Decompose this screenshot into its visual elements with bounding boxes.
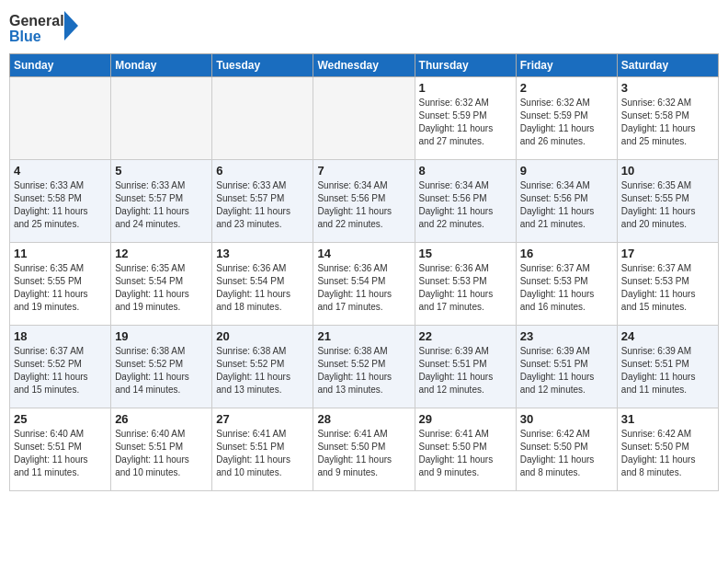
calendar-cell: 31Sunrise: 6:42 AM Sunset: 5:50 PM Dayli… xyxy=(617,408,718,491)
day-info: Sunrise: 6:42 AM Sunset: 5:50 PM Dayligh… xyxy=(520,428,613,479)
calendar-cell: 25Sunrise: 6:40 AM Sunset: 5:51 PM Dayli… xyxy=(10,408,111,491)
day-info: Sunrise: 6:41 AM Sunset: 5:51 PM Dayligh… xyxy=(216,428,309,479)
weekday-header: Tuesday xyxy=(212,54,313,77)
day-info: Sunrise: 6:32 AM Sunset: 5:59 PM Dayligh… xyxy=(419,97,512,148)
day-number: 31 xyxy=(621,412,714,426)
svg-text:General: General xyxy=(9,13,64,29)
day-info: Sunrise: 6:39 AM Sunset: 5:51 PM Dayligh… xyxy=(621,345,714,396)
calendar-cell: 11Sunrise: 6:35 AM Sunset: 5:55 PM Dayli… xyxy=(10,243,111,326)
day-info: Sunrise: 6:38 AM Sunset: 5:52 PM Dayligh… xyxy=(317,345,410,396)
day-number: 27 xyxy=(216,412,309,426)
calendar-cell: 22Sunrise: 6:39 AM Sunset: 5:51 PM Dayli… xyxy=(415,326,516,408)
svg-text:Blue: Blue xyxy=(9,29,41,44)
calendar-cell: 7Sunrise: 6:34 AM Sunset: 5:56 PM Daylig… xyxy=(313,160,415,243)
calendar-cell: 13Sunrise: 6:36 AM Sunset: 5:54 PM Dayli… xyxy=(212,243,313,326)
calendar-cell: 17Sunrise: 6:37 AM Sunset: 5:53 PM Dayli… xyxy=(617,243,718,326)
calendar-cell: 28Sunrise: 6:41 AM Sunset: 5:50 PM Dayli… xyxy=(313,408,415,491)
day-info: Sunrise: 6:36 AM Sunset: 5:53 PM Dayligh… xyxy=(419,262,512,314)
day-number: 9 xyxy=(520,164,613,178)
day-number: 6 xyxy=(216,164,309,178)
calendar-cell: 10Sunrise: 6:35 AM Sunset: 5:55 PM Dayli… xyxy=(617,160,718,243)
day-info: Sunrise: 6:36 AM Sunset: 5:54 PM Dayligh… xyxy=(216,262,309,314)
calendar-cell: 18Sunrise: 6:37 AM Sunset: 5:52 PM Dayli… xyxy=(10,326,111,408)
day-number: 3 xyxy=(621,81,714,95)
day-number: 23 xyxy=(520,329,613,343)
day-number: 20 xyxy=(216,329,309,343)
calendar-cell: 2Sunrise: 6:32 AM Sunset: 5:59 PM Daylig… xyxy=(516,77,617,160)
day-info: Sunrise: 6:39 AM Sunset: 5:51 PM Dayligh… xyxy=(520,345,613,396)
calendar-cell: 15Sunrise: 6:36 AM Sunset: 5:53 PM Dayli… xyxy=(415,243,516,326)
logo-icon: GeneralBlue xyxy=(9,9,83,46)
weekday-header: Thursday xyxy=(415,54,516,77)
day-number: 21 xyxy=(317,329,410,343)
day-number: 30 xyxy=(520,412,613,426)
day-number: 13 xyxy=(216,247,309,260)
calendar-cell: 9Sunrise: 6:34 AM Sunset: 5:56 PM Daylig… xyxy=(516,160,617,243)
calendar-cell xyxy=(10,77,111,160)
day-info: Sunrise: 6:36 AM Sunset: 5:54 PM Dayligh… xyxy=(317,262,410,314)
calendar-table: SundayMondayTuesdayWednesdayThursdayFrid… xyxy=(9,53,719,491)
day-info: Sunrise: 6:35 AM Sunset: 5:54 PM Dayligh… xyxy=(115,262,208,314)
calendar-cell: 5Sunrise: 6:33 AM Sunset: 5:57 PM Daylig… xyxy=(111,160,212,243)
day-number: 26 xyxy=(115,412,208,426)
day-info: Sunrise: 6:37 AM Sunset: 5:53 PM Dayligh… xyxy=(520,262,613,314)
calendar-week-row: 11Sunrise: 6:35 AM Sunset: 5:55 PM Dayli… xyxy=(10,243,719,326)
day-info: Sunrise: 6:33 AM Sunset: 5:57 PM Dayligh… xyxy=(216,179,309,231)
calendar-cell: 6Sunrise: 6:33 AM Sunset: 5:57 PM Daylig… xyxy=(212,160,313,243)
day-number: 28 xyxy=(317,412,410,426)
calendar-cell: 4Sunrise: 6:33 AM Sunset: 5:58 PM Daylig… xyxy=(10,160,111,243)
calendar-week-row: 25Sunrise: 6:40 AM Sunset: 5:51 PM Dayli… xyxy=(10,408,719,491)
day-info: Sunrise: 6:33 AM Sunset: 5:57 PM Dayligh… xyxy=(115,179,208,231)
weekday-header: Saturday xyxy=(617,54,718,77)
day-number: 5 xyxy=(115,164,208,178)
calendar-cell: 20Sunrise: 6:38 AM Sunset: 5:52 PM Dayli… xyxy=(212,326,313,408)
day-info: Sunrise: 6:42 AM Sunset: 5:50 PM Dayligh… xyxy=(621,428,714,479)
day-number: 22 xyxy=(419,329,512,343)
day-number: 2 xyxy=(520,81,613,95)
day-info: Sunrise: 6:40 AM Sunset: 5:51 PM Dayligh… xyxy=(115,428,208,479)
day-number: 29 xyxy=(419,412,512,426)
weekday-header: Wednesday xyxy=(313,54,415,77)
day-number: 7 xyxy=(317,164,410,178)
calendar-cell: 14Sunrise: 6:36 AM Sunset: 5:54 PM Dayli… xyxy=(313,243,415,326)
day-info: Sunrise: 6:33 AM Sunset: 5:58 PM Dayligh… xyxy=(14,179,107,231)
calendar-cell xyxy=(111,77,212,160)
day-info: Sunrise: 6:35 AM Sunset: 5:55 PM Dayligh… xyxy=(14,262,107,314)
calendar-cell: 24Sunrise: 6:39 AM Sunset: 5:51 PM Dayli… xyxy=(617,326,718,408)
calendar-cell: 16Sunrise: 6:37 AM Sunset: 5:53 PM Dayli… xyxy=(516,243,617,326)
logo: GeneralBlue xyxy=(9,9,83,46)
calendar-cell: 3Sunrise: 6:32 AM Sunset: 5:58 PM Daylig… xyxy=(617,77,718,160)
page-header: GeneralBlue xyxy=(9,9,719,46)
day-info: Sunrise: 6:37 AM Sunset: 5:53 PM Dayligh… xyxy=(621,262,714,314)
day-number: 12 xyxy=(115,247,208,260)
day-info: Sunrise: 6:32 AM Sunset: 5:59 PM Dayligh… xyxy=(520,97,613,148)
calendar-week-row: 18Sunrise: 6:37 AM Sunset: 5:52 PM Dayli… xyxy=(10,326,719,408)
day-info: Sunrise: 6:34 AM Sunset: 5:56 PM Dayligh… xyxy=(317,179,410,231)
calendar-cell: 27Sunrise: 6:41 AM Sunset: 5:51 PM Dayli… xyxy=(212,408,313,491)
day-info: Sunrise: 6:40 AM Sunset: 5:51 PM Dayligh… xyxy=(14,428,107,479)
day-number: 25 xyxy=(14,412,107,426)
day-info: Sunrise: 6:35 AM Sunset: 5:55 PM Dayligh… xyxy=(621,179,714,231)
calendar-header-row: SundayMondayTuesdayWednesdayThursdayFrid… xyxy=(10,54,719,77)
weekday-header: Friday xyxy=(516,54,617,77)
day-number: 19 xyxy=(115,329,208,343)
day-number: 4 xyxy=(14,164,107,178)
calendar-cell: 19Sunrise: 6:38 AM Sunset: 5:52 PM Dayli… xyxy=(111,326,212,408)
day-number: 24 xyxy=(621,329,714,343)
calendar-cell: 21Sunrise: 6:38 AM Sunset: 5:52 PM Dayli… xyxy=(313,326,415,408)
day-info: Sunrise: 6:38 AM Sunset: 5:52 PM Dayligh… xyxy=(216,345,309,396)
day-number: 8 xyxy=(419,164,512,178)
day-info: Sunrise: 6:39 AM Sunset: 5:51 PM Dayligh… xyxy=(419,345,512,396)
day-number: 14 xyxy=(317,247,410,260)
day-number: 17 xyxy=(621,247,714,260)
day-info: Sunrise: 6:34 AM Sunset: 5:56 PM Dayligh… xyxy=(520,179,613,231)
svg-marker-2 xyxy=(64,11,78,40)
calendar-cell: 8Sunrise: 6:34 AM Sunset: 5:56 PM Daylig… xyxy=(415,160,516,243)
calendar-cell: 29Sunrise: 6:41 AM Sunset: 5:50 PM Dayli… xyxy=(415,408,516,491)
day-number: 10 xyxy=(621,164,714,178)
calendar-cell: 30Sunrise: 6:42 AM Sunset: 5:50 PM Dayli… xyxy=(516,408,617,491)
day-number: 11 xyxy=(14,247,107,260)
day-number: 16 xyxy=(520,247,613,260)
calendar-week-row: 4Sunrise: 6:33 AM Sunset: 5:58 PM Daylig… xyxy=(10,160,719,243)
day-number: 15 xyxy=(419,247,512,260)
